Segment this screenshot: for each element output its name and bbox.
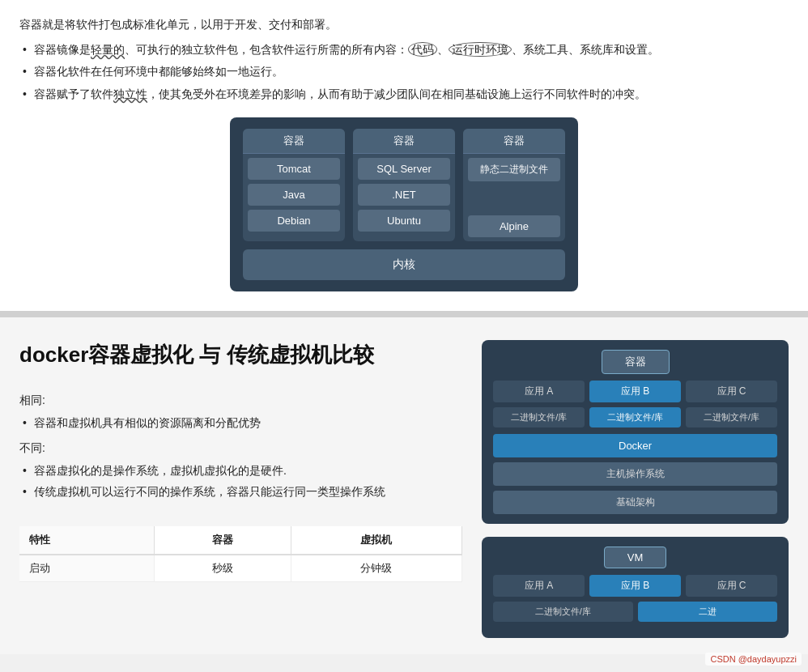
vm-title-box: VM (604, 547, 667, 568)
same-bullets: 容器和虚拟机具有相似的资源隔离和分配优势 (19, 413, 462, 433)
container-header-2: 容器 (353, 129, 455, 154)
bottom-section: docker容器虚拟化 与 传统虚拟机比较 相同: 容器和虚拟机具有相似的资源隔… (0, 317, 808, 654)
vm-diagram: VM 应用 A 应用 B 应用 C 二进制文件/库 二进 (482, 537, 789, 638)
left-content: docker容器虚拟化 与 传统虚拟机比较 相同: 容器和虚拟机具有相似的资源隔… (19, 340, 462, 638)
bullet-3-underline: 独立性 (113, 87, 147, 100)
bullet-item-3: 容器赋予了软件独立性，使其免受外在环境差异的影响，从而有助于减少团队间在相同基础… (19, 84, 789, 104)
host-os-bar: 主机操作系统 (493, 462, 777, 486)
diff-label: 不同: (19, 441, 462, 456)
container-item-debian: Debian (248, 210, 340, 232)
table-cell-container: 秒级 (155, 555, 291, 582)
container-item-ubuntu: Ubuntu (358, 210, 450, 232)
col-header-feature: 特性 (19, 526, 155, 555)
bullet-1-text-2: 、可执行的独立软件包，包含软件运行所需的所有内容： (125, 43, 408, 56)
vm-app-b: 应用 B (589, 575, 681, 597)
watermark: CSDN @daydayupzzi (705, 653, 802, 666)
bullet-1-highlight-runtime: 运行时环境 (449, 42, 512, 57)
container-item-sqlserver: SQL Server (358, 158, 450, 180)
docker-bin-b: 二进制文件/库 (589, 407, 681, 427)
docker-bin-c: 二进制文件/库 (686, 407, 777, 427)
vm-bin-a: 二进制文件/库 (493, 602, 632, 622)
container-item-java: Java (248, 184, 340, 206)
bullet-1-sep: 、 (437, 43, 449, 56)
container-item-empty (468, 185, 560, 211)
docker-bin-row: 二进制文件/库 二进制文件/库 二进制文件/库 (493, 407, 777, 427)
bullet-3-text-2: ，使其免受外在环境差异的影响，从而有助于减少团队间在相同基础设施上运行不同软件时… (147, 87, 646, 100)
bullet-1-text-3: 、系统工具、系统库和设置。 (512, 43, 659, 56)
bullet-1-text-1: 容器镜像是 (34, 43, 91, 56)
right-diagrams: 容器 应用 A 应用 B 应用 C 二进制文件/库 二进制文件/库 二进制文件/… (482, 340, 789, 638)
docker-title-box: 容器 (602, 350, 670, 374)
bullet-3-text-1: 容器赋予了软件 (34, 87, 113, 100)
containers-row: 容器 Tomcat Java Debian 容器 SQL Server .NET… (243, 129, 565, 241)
vm-bin-row: 二进制文件/库 二进 (493, 602, 777, 622)
comparison-table: 特性 容器 虚拟机 启动 秒级 分钟级 (19, 526, 462, 582)
kernel-bar: 内核 (243, 249, 565, 280)
same-label: 相同: (19, 393, 462, 408)
container-item-dotnet: .NET (358, 184, 450, 206)
container-diagram-wrapper: 容器 Tomcat Java Debian 容器 SQL Server .NET… (19, 117, 789, 291)
table-cell-feature: 启动 (19, 555, 155, 582)
container-header-3: 容器 (463, 129, 565, 154)
infra-bar: 基础架构 (493, 491, 777, 514)
vm-apps-row: 应用 A 应用 B 应用 C (493, 575, 777, 597)
bullet-list-top: 容器镜像是轻量的、可执行的独立软件包，包含软件运行所需的所有内容：代码、运行时环… (19, 40, 789, 104)
bullet-item-1: 容器镜像是轻量的、可执行的独立软件包，包含软件运行所需的所有内容：代码、运行时环… (19, 40, 789, 60)
container-item-tomcat: Tomcat (248, 158, 340, 180)
main-title: docker容器虚拟化 与 传统虚拟机比较 (19, 340, 462, 369)
vm-bin-b: 二进 (638, 602, 777, 622)
table-row: 启动 秒级 分钟级 (19, 555, 462, 582)
diff-bullet-1: 容器虚拟化的是操作系统，虚拟机虚拟化的是硬件. (19, 461, 462, 481)
vm-app-a: 应用 A (493, 575, 585, 597)
container-diagram: 容器 Tomcat Java Debian 容器 SQL Server .NET… (230, 117, 578, 291)
table-cell-vm: 分钟级 (291, 555, 461, 582)
docker-bin-a: 二进制文件/库 (493, 407, 585, 427)
intro-paragraph: 容器就是将软件打包成标准化单元，以用于开发、交付和部署。 (19, 15, 789, 35)
bullet-1-highlight-code: 代码 (408, 42, 437, 57)
docker-label-bar: Docker (493, 434, 777, 457)
bullet-2-text: 容器化软件在任何环境中都能够始终如一地运行。 (34, 65, 283, 78)
vm-app-c: 应用 C (686, 575, 777, 597)
container-item-alpine: Alpine (468, 215, 560, 237)
docker-apps-row: 应用 A 应用 B 应用 C (493, 381, 777, 402)
top-section: 容器就是将软件打包成标准化单元，以用于开发、交付和部署。 容器镜像是轻量的、可执… (0, 0, 808, 317)
docker-app-a: 应用 A (493, 381, 585, 402)
same-bullet-1: 容器和虚拟机具有相似的资源隔离和分配优势 (19, 413, 462, 433)
docker-title-row: 容器 (493, 350, 777, 374)
docker-app-c: 应用 C (686, 381, 777, 402)
container-box-2: 容器 SQL Server .NET Ubuntu (353, 129, 455, 241)
col-header-vm: 虚拟机 (291, 526, 461, 555)
diff-bullet-2: 传统虚拟机可以运行不同的操作系统，容器只能运行同一类型操作系统 (19, 482, 462, 502)
bullet-1-underline: 轻量的 (91, 43, 125, 56)
col-header-container: 容器 (155, 526, 291, 555)
docker-diagram: 容器 应用 A 应用 B 应用 C 二进制文件/库 二进制文件/库 二进制文件/… (482, 340, 789, 524)
container-item-static: 静态二进制文件 (468, 158, 560, 181)
diff-bullets: 容器虚拟化的是操作系统，虚拟机虚拟化的是硬件. 传统虚拟机可以运行不同的操作系统… (19, 461, 462, 501)
container-header-1: 容器 (243, 129, 345, 154)
container-box-3: 容器 静态二进制文件 Alpine (463, 129, 565, 241)
container-box-1: 容器 Tomcat Java Debian (243, 129, 345, 241)
bullet-item-2: 容器化软件在任何环境中都能够始终如一地运行。 (19, 62, 789, 82)
docker-app-b: 应用 B (589, 381, 681, 402)
vm-title-row: VM (493, 547, 777, 568)
